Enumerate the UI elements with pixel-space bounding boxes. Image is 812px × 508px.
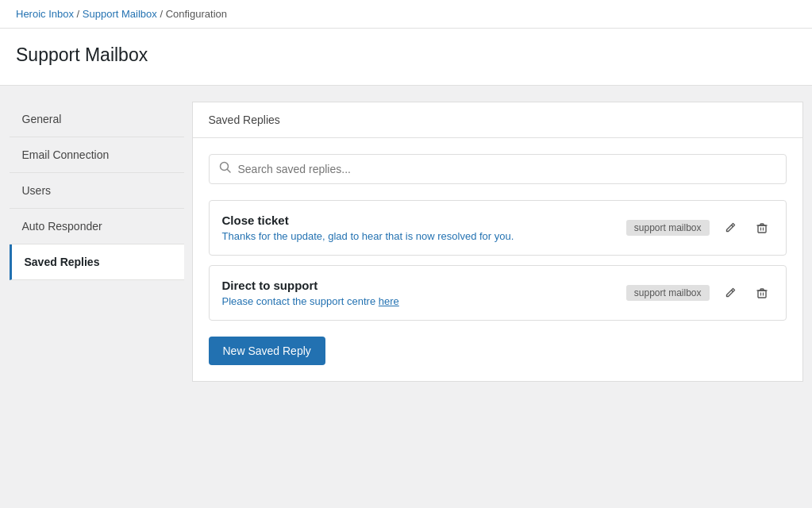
reply-preview-direct-to-support: Please contact the support centre here — [222, 295, 610, 307]
section-title: Saved Replies — [209, 114, 280, 126]
section-header: Saved Replies — [193, 102, 802, 138]
reply-info-close-ticket: Close ticket Thanks for the update, glad… — [222, 214, 610, 242]
reply-info-direct-to-support: Direct to support Please contact the sup… — [222, 279, 610, 307]
tag-badge-direct-to-support: support mailbox — [626, 285, 710, 301]
reply-link-direct-to-support[interactable]: here — [379, 295, 399, 307]
search-icon — [219, 161, 232, 177]
tag-badge-close-ticket: support mailbox — [626, 220, 710, 236]
reply-card-direct-to-support: Direct to support Please contact the sup… — [209, 265, 787, 321]
page-title: Support Mailbox — [16, 44, 796, 66]
svg-line-1 — [227, 170, 230, 173]
sidebar-item-email-connection[interactable]: Email Connection — [10, 137, 184, 173]
sidebar-item-saved-replies[interactable]: Saved Replies — [10, 244, 184, 280]
search-input[interactable] — [238, 163, 776, 175]
content-area: Saved Replies Close ticket Thanks for th… — [192, 102, 803, 382]
edit-reply-direct-to-support[interactable] — [719, 283, 741, 302]
reply-meta-direct-to-support: support mailbox — [626, 283, 773, 302]
delete-reply-direct-to-support[interactable] — [751, 283, 773, 302]
reply-title-close-ticket: Close ticket — [222, 214, 610, 227]
sidebar-item-auto-responder[interactable]: Auto Responder — [10, 209, 184, 244]
sidebar: General Email Connection Users Auto Resp… — [10, 102, 184, 382]
main-layout: General Email Connection Users Auto Resp… — [10, 102, 803, 382]
delete-reply-close-ticket[interactable] — [751, 218, 773, 237]
sidebar-item-users[interactable]: Users — [10, 173, 184, 209]
edit-reply-close-ticket[interactable] — [719, 218, 741, 237]
breadcrumb-parent[interactable]: Support Mailbox — [83, 8, 157, 20]
breadcrumb-current: Configuration — [166, 8, 227, 20]
svg-line-7 — [731, 291, 733, 292]
breadcrumb: Heroic Inbox / Support Mailbox / Configu… — [0, 0, 812, 29]
reply-card-close-ticket: Close ticket Thanks for the update, glad… — [209, 200, 787, 256]
new-saved-reply-button[interactable]: New Saved Reply — [209, 337, 325, 365]
reply-title-direct-to-support: Direct to support — [222, 279, 610, 292]
content-body: Close ticket Thanks for the update, glad… — [193, 138, 802, 381]
reply-preview-close-ticket: Thanks for the update, glad to hear that… — [222, 230, 610, 242]
svg-rect-8 — [758, 291, 766, 298]
search-bar — [209, 154, 787, 184]
page-header: Support Mailbox — [0, 29, 812, 86]
breadcrumb-home[interactable]: Heroic Inbox — [16, 8, 74, 20]
reply-meta-close-ticket: support mailbox — [626, 218, 773, 237]
sidebar-item-general[interactable]: General — [10, 102, 184, 137]
svg-line-2 — [731, 225, 733, 227]
svg-rect-3 — [758, 225, 766, 233]
